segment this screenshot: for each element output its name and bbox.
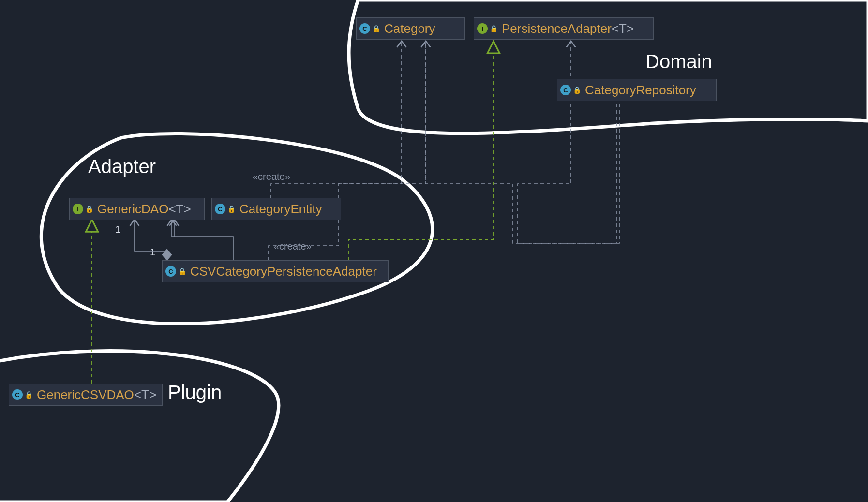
- connector-layer: [0, 0, 868, 502]
- node-persistence-adapter[interactable]: I 🔒 PersistenceAdapter<T>: [474, 17, 654, 40]
- interface-icon: I: [73, 204, 83, 214]
- region-label-plugin: Plugin: [168, 382, 222, 403]
- node-category[interactable]: C 🔒 Category: [356, 17, 465, 40]
- node-generic-csv-dao[interactable]: C 🔒 GenericCSVDAO<T>: [9, 384, 163, 406]
- blob-plugin: [0, 351, 279, 502]
- node-label: CategoryEntity: [239, 202, 322, 217]
- node-csv-category-persistence-adapter[interactable]: C 🔒 CSVCategoryPersistenceAdapter: [162, 260, 389, 282]
- node-category-repository[interactable]: C 🔒 CategoryRepository: [557, 79, 717, 101]
- node-label: GenericDAO<T>: [97, 202, 191, 217]
- class-icon: C: [560, 85, 571, 95]
- node-label: Category: [384, 21, 435, 36]
- node-label: CategoryRepository: [585, 83, 696, 98]
- interface-icon: I: [477, 23, 488, 34]
- lock-icon: 🔒: [372, 25, 380, 32]
- lock-icon: 🔒: [227, 205, 236, 213]
- class-icon: C: [12, 389, 23, 400]
- class-icon: C: [215, 204, 225, 214]
- node-generic-dao[interactable]: I 🔒 GenericDAO<T>: [69, 198, 205, 220]
- multiplicity-1a: 1: [115, 224, 120, 235]
- lock-icon: 🔒: [178, 267, 186, 275]
- stereotype-create-1: «create»: [253, 171, 290, 182]
- lock-icon: 🔒: [85, 205, 93, 213]
- node-label: CSVCategoryPersistenceAdapter: [190, 264, 377, 279]
- uml-diagram-canvas: Domain Adapter Plugin «create» «create» …: [0, 0, 868, 502]
- lock-icon: 🔒: [490, 25, 498, 32]
- node-label: GenericCSVDAO<T>: [37, 387, 156, 402]
- region-label-adapter: Adapter: [88, 156, 156, 177]
- class-icon: C: [359, 23, 370, 34]
- node-label: PersistenceAdapter<T>: [502, 21, 634, 36]
- multiplicity-1b: 1: [150, 247, 155, 258]
- lock-icon: 🔒: [25, 391, 33, 399]
- stereotype-create-2: «create»: [274, 241, 312, 252]
- lock-icon: 🔒: [573, 86, 581, 94]
- class-icon: C: [165, 266, 176, 277]
- region-label-domain: Domain: [645, 51, 712, 73]
- node-category-entity[interactable]: C 🔒 CategoryEntity: [211, 198, 341, 220]
